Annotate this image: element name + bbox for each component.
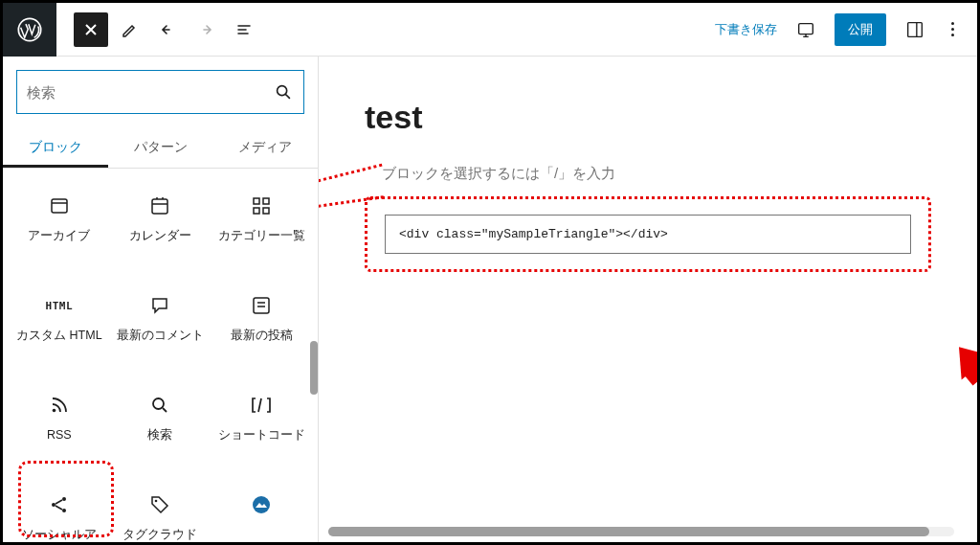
archive-icon (48, 192, 71, 220)
block-label: 検索 (147, 427, 172, 443)
block-label: カレンダー (129, 228, 191, 244)
block-label: 最新の投稿 (231, 328, 293, 344)
block-latest-posts[interactable]: 最新の投稿 (211, 278, 312, 377)
svg-rect-6 (254, 198, 259, 204)
tab-blocks[interactable]: ブロック (3, 127, 108, 168)
list-view-button[interactable] (227, 12, 261, 47)
svg-point-3 (278, 86, 287, 96)
publish-button[interactable]: 公開 (835, 13, 886, 46)
categories-icon (250, 192, 273, 220)
annotation-outline: <div class="mySampleTriangle"></div> (365, 196, 931, 272)
sitelogo-icon (250, 490, 273, 519)
block-label: アーカイブ (28, 228, 90, 244)
block-placeholder-hint: ブロックを選択するには「/」を入力 (365, 165, 931, 183)
horizontal-scrollbar[interactable] (328, 527, 954, 536)
block-latest-comments[interactable]: 最新のコメント (110, 278, 212, 377)
search-input[interactable] (27, 84, 273, 101)
block-label: カスタム HTML (16, 328, 102, 344)
sidebar-scrollbar[interactable] (310, 341, 318, 395)
block-label: RSS (47, 427, 72, 443)
calendar-icon (148, 192, 171, 220)
wordpress-logo[interactable] (3, 3, 56, 57)
comment-icon (148, 291, 171, 320)
block-label: 最新のコメント (117, 328, 204, 344)
tab-media[interactable]: メディア (212, 127, 318, 168)
post-title[interactable]: test (365, 99, 931, 136)
tab-patterns[interactable]: パターン (108, 127, 213, 168)
redo-button[interactable] (189, 12, 223, 47)
top-toolbar: 下書き保存 公開 (3, 3, 977, 57)
block-archive[interactable]: アーカイブ (9, 178, 110, 278)
block-label: タグクラウド (122, 527, 197, 542)
edit-mode-icon[interactable] (112, 12, 146, 47)
block-calendar[interactable]: カレンダー (110, 178, 212, 278)
block-categories[interactable]: カテゴリー一覧 (211, 178, 312, 278)
annotation-highlight (18, 461, 114, 537)
svg-rect-8 (254, 208, 259, 214)
block-inserter-panel: ブロック パターン メディア アーカイブ (3, 57, 319, 542)
close-inserter-button[interactable] (74, 12, 108, 47)
toolbar-left-group (56, 12, 261, 47)
search-input-wrapper (16, 70, 304, 114)
block-tagcloud[interactable]: タグクラウド (110, 477, 212, 542)
shortcode-icon (249, 391, 274, 420)
block-sitelogo[interactable] (211, 477, 312, 542)
svg-rect-5 (152, 199, 167, 214)
scrollbar-thumb[interactable] (328, 527, 929, 536)
more-menu-button[interactable] (944, 14, 962, 44)
block-search[interactable]: 検索 (110, 377, 212, 477)
svg-point-11 (53, 409, 56, 413)
block-label: ショートコード (218, 427, 305, 443)
search-icon (273, 81, 294, 102)
editor-canvas: test ブロックを選択するには「/」を入力 <div class="mySam… (319, 57, 977, 542)
block-shortcode[interactable]: ショートコード (211, 377, 312, 477)
svg-rect-2 (908, 22, 923, 36)
svg-rect-1 (799, 23, 813, 34)
undo-button[interactable] (150, 12, 185, 47)
svg-point-16 (155, 500, 158, 503)
tag-icon (148, 490, 171, 519)
custom-html-icon: HTML (46, 291, 74, 320)
block-label: カテゴリー一覧 (218, 228, 305, 244)
search-block-icon (148, 391, 171, 420)
custom-html-block[interactable]: <div class="mySampleTriangle"></div> (385, 215, 911, 254)
preview-button[interactable] (791, 14, 821, 45)
block-custom-html[interactable]: HTML カスタム HTML (9, 278, 110, 377)
svg-rect-4 (52, 199, 67, 213)
svg-point-12 (153, 398, 164, 409)
svg-rect-10 (254, 298, 269, 313)
toolbar-right-group: 下書き保存 公開 (715, 13, 977, 46)
svg-rect-7 (263, 198, 269, 204)
sidebar-toggle-button[interactable] (900, 14, 930, 45)
save-draft-link[interactable]: 下書き保存 (715, 21, 777, 38)
svg-rect-9 (263, 208, 269, 214)
inserter-tabs: ブロック パターン メディア (3, 127, 318, 169)
posts-icon (250, 291, 273, 320)
rss-icon (48, 391, 71, 420)
annotation-connector (319, 195, 384, 243)
